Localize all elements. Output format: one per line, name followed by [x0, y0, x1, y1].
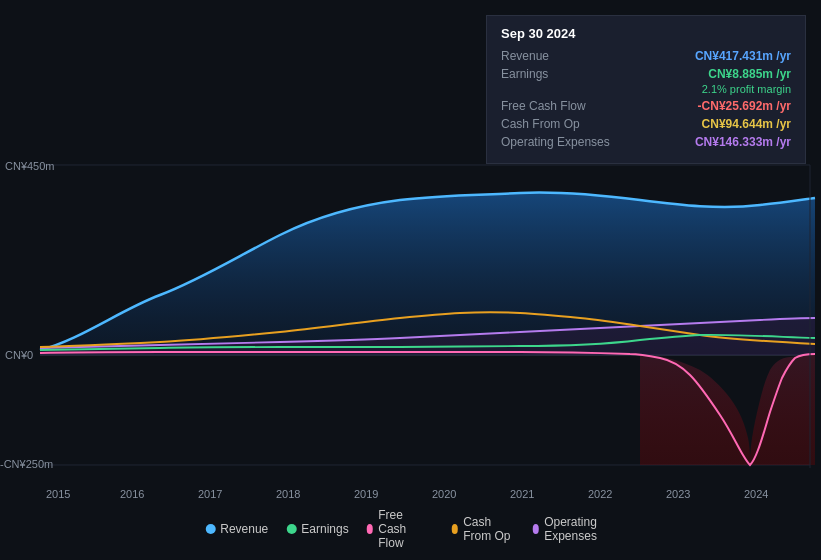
legend-label-opex: Operating Expenses: [544, 515, 616, 543]
opex-value: CN¥146.333m /yr: [695, 135, 791, 149]
revenue-label: Revenue: [501, 49, 631, 63]
legend-label-earnings: Earnings: [301, 522, 348, 536]
earnings-label: Earnings: [501, 67, 631, 81]
info-tooltip: Sep 30 2024 Revenue CN¥417.431m /yr Earn…: [486, 15, 806, 164]
legend-opex: Operating Expenses: [533, 515, 616, 543]
revenue-row: Revenue CN¥417.431m /yr: [501, 49, 791, 63]
svg-text:2024: 2024: [744, 488, 768, 500]
legend-label-fcf: Free Cash Flow: [378, 508, 433, 550]
svg-text:2020: 2020: [432, 488, 456, 500]
legend-dot-opex: [533, 524, 540, 534]
legend-fcf: Free Cash Flow: [367, 508, 434, 550]
fcf-row: Free Cash Flow -CN¥25.692m /yr: [501, 99, 791, 113]
svg-text:2022: 2022: [588, 488, 612, 500]
svg-text:2016: 2016: [120, 488, 144, 500]
legend-dot-fcf: [367, 524, 374, 534]
info-date: Sep 30 2024: [501, 26, 791, 41]
earnings-value: CN¥8.885m /yr: [708, 67, 791, 81]
opex-row: Operating Expenses CN¥146.333m /yr: [501, 135, 791, 149]
legend-dot-cashfromop: [452, 524, 459, 534]
svg-text:CN¥0: CN¥0: [5, 349, 33, 361]
legend-dot-revenue: [205, 524, 215, 534]
legend-revenue: Revenue: [205, 522, 268, 536]
legend-label-revenue: Revenue: [220, 522, 268, 536]
svg-text:2023: 2023: [666, 488, 690, 500]
revenue-value: CN¥417.431m /yr: [695, 49, 791, 63]
svg-text:2018: 2018: [276, 488, 300, 500]
legend-label-cashfromop: Cash From Op: [463, 515, 514, 543]
legend-earnings: Earnings: [286, 522, 348, 536]
svg-text:CN¥450m: CN¥450m: [5, 160, 55, 172]
svg-text:2021: 2021: [510, 488, 534, 500]
chart-container: Sep 30 2024 Revenue CN¥417.431m /yr Earn…: [0, 0, 821, 560]
svg-text:2019: 2019: [354, 488, 378, 500]
legend-dot-earnings: [286, 524, 296, 534]
fcf-value: -CN¥25.692m /yr: [698, 99, 791, 113]
opex-label: Operating Expenses: [501, 135, 631, 149]
profit-margin: 2.1% profit margin: [501, 83, 791, 95]
legend-cashfromop: Cash From Op: [452, 515, 515, 543]
svg-text:2015: 2015: [46, 488, 70, 500]
cashfromop-row: Cash From Op CN¥94.644m /yr: [501, 117, 791, 131]
cashfromop-label: Cash From Op: [501, 117, 631, 131]
earnings-row: Earnings CN¥8.885m /yr: [501, 67, 791, 81]
svg-text:-CN¥250m: -CN¥250m: [0, 458, 53, 470]
chart-legend: Revenue Earnings Free Cash Flow Cash Fro…: [205, 508, 616, 550]
fcf-label: Free Cash Flow: [501, 99, 631, 113]
svg-text:2017: 2017: [198, 488, 222, 500]
cashfromop-value: CN¥94.644m /yr: [702, 117, 791, 131]
